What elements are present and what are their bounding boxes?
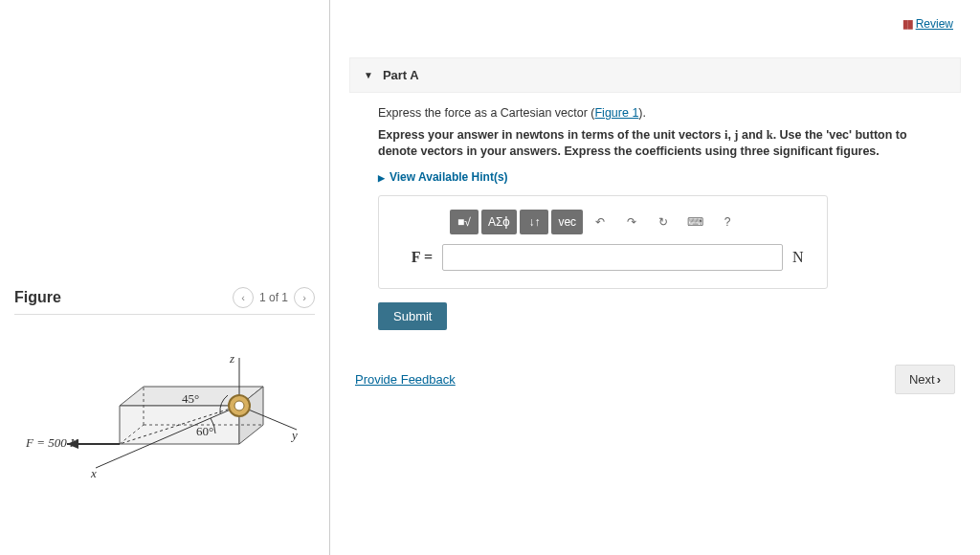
figure-link[interactable]: Figure 1 (594, 106, 638, 120)
review-link[interactable]: ▮▮Review (902, 17, 953, 31)
figure-counter: 1 of 1 (259, 291, 288, 304)
redo-button[interactable]: ↷ (617, 210, 646, 234)
undo-button[interactable]: ↶ (586, 210, 614, 234)
templates-button[interactable]: ■√ (450, 210, 479, 234)
instruction-text: Express your answer in newtons in terms … (378, 127, 944, 160)
subsup-button[interactable]: ↓↑ (520, 210, 548, 234)
figure-panel: Figure ‹ 1 of 1 › (0, 0, 330, 555)
question-panel: ▮▮Review ▼ Part A Express the force as a… (330, 0, 980, 555)
next-button[interactable]: Next› (895, 365, 955, 394)
svg-point-13 (234, 401, 244, 411)
equation-toolbar: ■√ ΑΣϕ ↓↑ vec ↶ ↷ ↻ ⌨ ? (450, 210, 812, 234)
axis-z-label: z (230, 351, 234, 366)
part-label: Part A (383, 68, 419, 82)
figure-pager: ‹ 1 of 1 › (233, 287, 315, 308)
axis-y-label: y (292, 428, 298, 443)
prompt-text: Express the force as a Cartesian vector … (378, 106, 944, 120)
figure-diagram: z y x 45° 60° F = 500 N (14, 353, 301, 506)
caret-down-icon: ▼ (364, 70, 373, 80)
answer-input[interactable] (442, 244, 783, 271)
unit-label: N (792, 249, 812, 266)
figure-prev-button[interactable]: ‹ (233, 287, 254, 308)
help-button[interactable]: ? (713, 210, 742, 234)
pause-icon: ▮▮ (902, 17, 912, 31)
submit-button[interactable]: Submit (378, 302, 447, 330)
reset-button[interactable]: ↻ (649, 210, 678, 234)
keyboard-button[interactable]: ⌨ (680, 210, 710, 234)
provide-feedback-link[interactable]: Provide Feedback (355, 372, 456, 387)
figure-heading: Figure (14, 289, 61, 306)
equation-lhs: F = (394, 249, 433, 266)
force-label: F = 500 N (26, 435, 78, 451)
chevron-right-icon: › (937, 372, 941, 387)
figure-next-button[interactable]: › (294, 287, 315, 308)
vec-button[interactable]: vec (551, 210, 583, 234)
answer-box: ■√ ΑΣϕ ↓↑ vec ↶ ↷ ↻ ⌨ ? F = N (378, 195, 828, 289)
angle-60-label: 60° (196, 424, 213, 439)
part-header[interactable]: ▼ Part A (349, 57, 961, 93)
angle-45-label: 45° (182, 391, 199, 407)
view-hints-toggle[interactable]: View Available Hint(s) (378, 170, 508, 184)
greek-button[interactable]: ΑΣϕ (481, 210, 517, 234)
axis-x-label: x (91, 466, 97, 481)
